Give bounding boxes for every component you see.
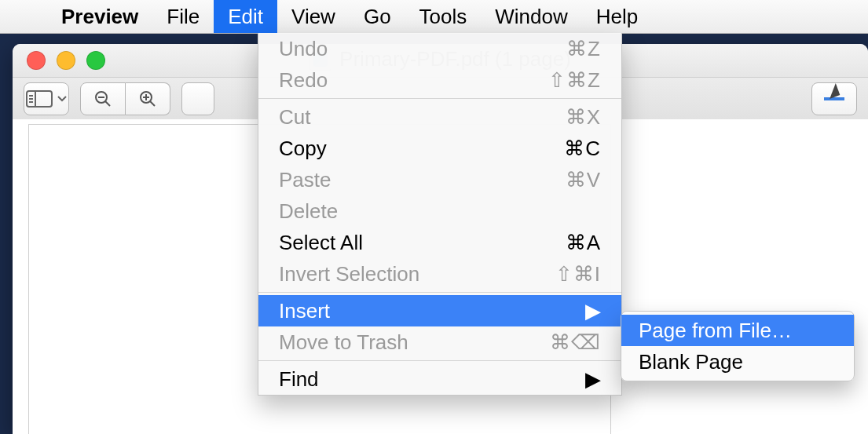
- zoom-window-button[interactable]: [86, 51, 105, 70]
- submenu-item-blank-page[interactable]: Blank Page: [621, 346, 854, 377]
- sidebar-toggle-button[interactable]: [24, 82, 69, 115]
- svg-line-6: [105, 101, 110, 106]
- zoom-in-icon: [138, 89, 157, 108]
- zoom-out-icon: [93, 89, 112, 108]
- menu-item-undo: Undo⌘Z: [258, 33, 621, 64]
- submenu-arrow-icon: ▶: [585, 367, 601, 392]
- menu-item-label: Paste: [279, 168, 566, 192]
- markup-button[interactable]: [811, 82, 857, 115]
- menu-item-select-all[interactable]: Select All⌘A: [258, 227, 621, 258]
- chevron-down-icon: [57, 96, 67, 102]
- system-menubar: Preview File Edit View Go Tools Window H…: [0, 0, 868, 34]
- menu-item-shortcut: ⌘⌫: [550, 330, 601, 355]
- menu-item-label: Delete: [279, 199, 601, 224]
- menubar-edit[interactable]: Edit: [214, 0, 277, 33]
- menu-item-find[interactable]: Find▶: [258, 363, 621, 395]
- menu-item-label: Undo: [279, 37, 566, 61]
- minimize-window-button[interactable]: [57, 51, 75, 70]
- menubar-view[interactable]: View: [277, 0, 350, 33]
- menu-item-label: Cut: [279, 105, 566, 129]
- menu-item-label: Move to Trash: [279, 330, 550, 355]
- menu-item-label: Invert Selection: [279, 262, 555, 286]
- insert-submenu: Page from File…Blank Page: [621, 311, 855, 381]
- menu-item-redo: Redo⇧⌘Z: [258, 64, 621, 96]
- menu-item-shortcut: ⇧⌘Z: [548, 68, 601, 93]
- menu-item-invert-selection: Invert Selection⇧⌘I: [258, 258, 621, 290]
- menu-item-paste: Paste⌘V: [258, 164, 621, 195]
- zoom-in-button[interactable]: [126, 82, 170, 115]
- edit-menu-dropdown: Undo⌘ZRedo⇧⌘ZCut⌘XCopy⌘CPaste⌘VDeleteSel…: [258, 33, 622, 396]
- menubar-go[interactable]: Go: [350, 0, 405, 33]
- menu-item-shortcut: ⌘V: [566, 168, 601, 192]
- zoom-out-button[interactable]: [80, 82, 126, 115]
- menu-item-shortcut: ⌘X: [566, 105, 601, 129]
- close-window-button[interactable]: [27, 51, 46, 70]
- menubar-tools[interactable]: Tools: [405, 0, 482, 33]
- menubar-help[interactable]: Help: [582, 0, 652, 33]
- menubar-window[interactable]: Window: [481, 0, 581, 33]
- share-button[interactable]: [181, 82, 214, 115]
- menu-item-shortcut: ⌘Z: [566, 37, 601, 61]
- menu-item-cut: Cut⌘X: [258, 101, 621, 133]
- menu-item-shortcut: ⌘C: [564, 137, 601, 161]
- submenu-arrow-icon: ▶: [585, 299, 601, 323]
- menu-item-label: Find: [279, 367, 579, 392]
- menubar-app-name[interactable]: Preview: [47, 0, 152, 33]
- menu-item-copy[interactable]: Copy⌘C: [258, 133, 621, 164]
- menu-item-insert[interactable]: Insert▶: [258, 295, 621, 326]
- traffic-lights: [13, 51, 105, 70]
- sidebar-icon: [26, 90, 53, 108]
- menu-item-label: Redo: [279, 68, 548, 93]
- menu-separator: [258, 98, 621, 99]
- document-text-fragment: em I: [641, 421, 846, 434]
- menu-item-shortcut: ⌘A: [566, 231, 601, 255]
- menu-item-delete: Delete: [258, 195, 621, 227]
- markup-icon: [824, 97, 844, 100]
- menu-item-label: Insert: [279, 299, 579, 323]
- menu-item-move-to-trash: Move to Trash⌘⌫: [258, 326, 621, 358]
- submenu-item-page-from-file[interactable]: Page from File…: [621, 315, 854, 346]
- menu-separator: [258, 292, 621, 293]
- menu-item-label: Select All: [279, 231, 566, 255]
- svg-line-9: [150, 101, 155, 106]
- menubar-file[interactable]: File: [152, 0, 214, 33]
- menu-item-shortcut: ⇧⌘I: [555, 262, 601, 286]
- menu-separator: [258, 360, 621, 361]
- menu-item-label: Copy: [279, 137, 564, 161]
